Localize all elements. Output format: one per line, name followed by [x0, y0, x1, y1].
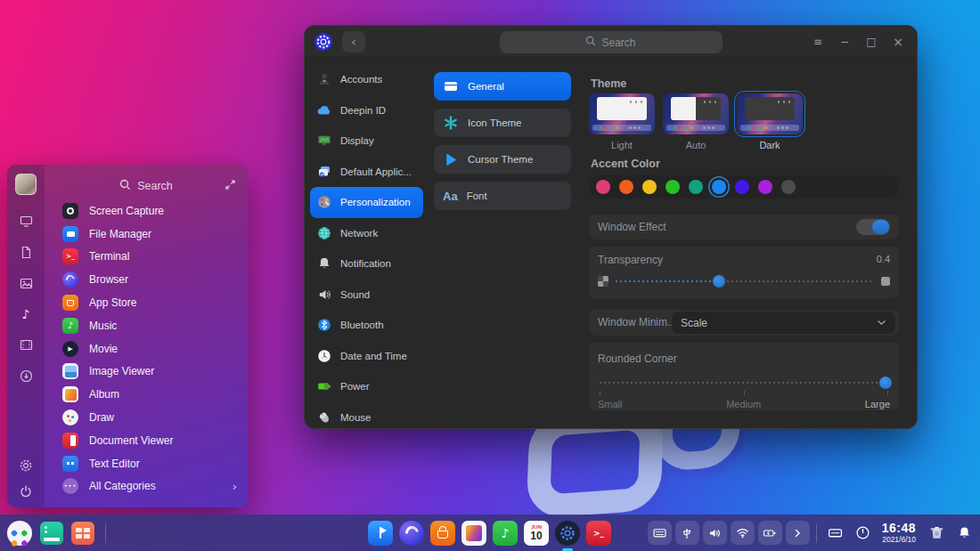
sidebar-item-date-time[interactable]: Date and Time [310, 341, 423, 372]
app-row-draw[interactable]: Draw [45, 406, 248, 429]
network-icon [316, 225, 332, 241]
transparency-slider[interactable] [616, 275, 874, 288]
minimize-effect-dropdown[interactable]: Scale [672, 312, 895, 334]
toggle-knob [872, 220, 889, 234]
videos-icon[interactable] [20, 338, 33, 352]
app-row-app-store[interactable]: App Store [45, 291, 248, 314]
sidebar-item-mouse[interactable]: Mouse [310, 402, 423, 430]
subnav-item-icon-theme[interactable]: Icon Theme [434, 109, 571, 137]
mouse-icon [316, 409, 332, 425]
app-row-movie[interactable]: ▶Movie [45, 337, 248, 361]
dock-app-store[interactable] [430, 521, 455, 546]
fullscreen-launcher-button[interactable] [221, 175, 239, 193]
app-row-screen-capture[interactable]: Screen Capture [45, 199, 248, 223]
dropdown-value: Scale [681, 317, 707, 329]
battery-icon [316, 378, 332, 394]
subnav-item-general[interactable]: General [434, 72, 571, 101]
titlebar[interactable]: ‹ Search ≡ − □ × [305, 26, 917, 58]
accent-swatch-teal[interactable] [689, 180, 703, 194]
all-categories-row[interactable]: ••• All Categories › [45, 475, 248, 498]
trash-icon[interactable] [925, 521, 949, 545]
sidebar-item-deepin-id[interactable]: Deepin ID [310, 95, 423, 126]
accent-swatch-yellow[interactable] [642, 180, 657, 194]
sidebar-item-default-applications[interactable]: Default Applic... [310, 157, 423, 188]
icon-theme-icon [443, 115, 459, 131]
show-desktop-button[interactable] [40, 522, 63, 545]
app-row-browser[interactable]: Browser [45, 268, 248, 291]
launcher-search-input[interactable]: Search [45, 173, 248, 199]
theme-option-light[interactable] [589, 93, 655, 134]
minimize-button[interactable]: − [831, 31, 858, 53]
display-icon [316, 133, 332, 149]
subnav-item-cursor-theme[interactable]: Cursor Theme [434, 145, 571, 174]
close-button[interactable]: × [885, 31, 911, 53]
launcher-button[interactable] [7, 521, 32, 546]
sidebar-item-accounts[interactable]: Accounts [310, 64, 423, 95]
theme-option-auto[interactable] [663, 93, 729, 134]
accent-swatch-pink[interactable] [596, 180, 610, 194]
dock-terminal[interactable]: >_ [586, 521, 611, 546]
app-row-text-editor[interactable]: Text Editor [45, 452, 248, 475]
accent-swatch-orange[interactable] [619, 180, 633, 194]
search-icon [119, 179, 131, 193]
accent-swatch-indigo[interactable] [735, 180, 749, 194]
sidebar-item-personalization[interactable]: Personalization [310, 187, 423, 218]
menu-button[interactable]: ≡ [804, 31, 831, 53]
battery-icon[interactable] [758, 521, 782, 545]
dock-image-viewer[interactable] [461, 521, 486, 546]
rounded-corner-slider[interactable] [598, 377, 890, 389]
window-effect-toggle[interactable] [856, 219, 890, 235]
dock-calendar[interactable]: JUN 10 [524, 521, 549, 546]
app-row-document-viewer[interactable]: Document Viewer [45, 429, 248, 452]
sidebar-item-bluetooth[interactable]: Bluetooth [310, 310, 423, 341]
back-button[interactable]: ‹ [342, 31, 365, 53]
notification-bell-icon[interactable] [952, 521, 976, 545]
music-folder-icon[interactable]: ♪ [22, 308, 30, 320]
app-store-icon [62, 295, 78, 311]
rounded-corner-row: Rounded Corner Small Medium Large [589, 343, 899, 410]
accent-swatch-blue-selected[interactable] [712, 180, 726, 194]
sidebar-item-notification[interactable]: Notification [310, 248, 423, 280]
documents-icon[interactable] [20, 246, 33, 259]
shutdown-icon[interactable] [851, 521, 875, 545]
sidebar-item-display[interactable]: Display [310, 126, 423, 157]
app-row-music[interactable]: ♪Music [45, 314, 248, 337]
settings-shortcut-icon[interactable] [19, 458, 33, 473]
accent-swatch-purple[interactable] [758, 180, 772, 194]
desktop-icon[interactable] [20, 215, 33, 228]
volume-icon[interactable] [703, 521, 727, 545]
theme-option-dark[interactable] [737, 93, 803, 134]
multitasking-view-button[interactable] [71, 522, 94, 545]
accent-swatch-gray[interactable] [781, 180, 796, 194]
settings-search-input[interactable]: Search [500, 31, 723, 53]
dock-file-manager[interactable] [368, 521, 393, 546]
movie-icon: ▶ [62, 341, 78, 357]
tray-expand-button[interactable] [786, 521, 810, 545]
accent-swatch-green[interactable] [666, 180, 680, 194]
pictures-icon[interactable] [20, 277, 33, 290]
usb-device-icon[interactable] [675, 521, 699, 545]
rounded-corner-slider-handle[interactable] [879, 377, 892, 389]
onscreen-keyboard-icon[interactable] [823, 521, 847, 545]
subnav-item-font[interactable]: Aa Font [434, 182, 571, 210]
dock-control-center[interactable] [555, 521, 580, 546]
app-row-file-manager[interactable]: File Manager [45, 223, 248, 246]
dock-browser[interactable] [399, 521, 424, 546]
sidebar-item-sound[interactable]: Sound [310, 280, 423, 311]
accounts-icon [316, 71, 332, 87]
sidebar-item-network[interactable]: Network [310, 218, 423, 249]
app-row-album[interactable]: Album [45, 383, 248, 406]
app-row-image-viewer[interactable]: Image Viewer [45, 361, 248, 384]
keyboard-layout-icon[interactable] [648, 521, 672, 545]
wifi-icon[interactable] [731, 521, 755, 545]
power-shortcut-icon[interactable] [19, 484, 33, 498]
sidebar-item-power[interactable]: Power [310, 371, 423, 402]
maximize-button[interactable]: □ [858, 31, 885, 53]
downloads-icon[interactable] [20, 369, 33, 383]
personalization-icon [316, 194, 332, 210]
transparency-slider-handle[interactable] [713, 275, 725, 288]
clock[interactable]: 16:48 2021/6/10 [882, 522, 916, 544]
user-avatar[interactable] [15, 174, 37, 195]
dock-music[interactable]: ♪ [493, 521, 518, 546]
app-row-terminal[interactable]: >_Terminal [45, 246, 248, 269]
